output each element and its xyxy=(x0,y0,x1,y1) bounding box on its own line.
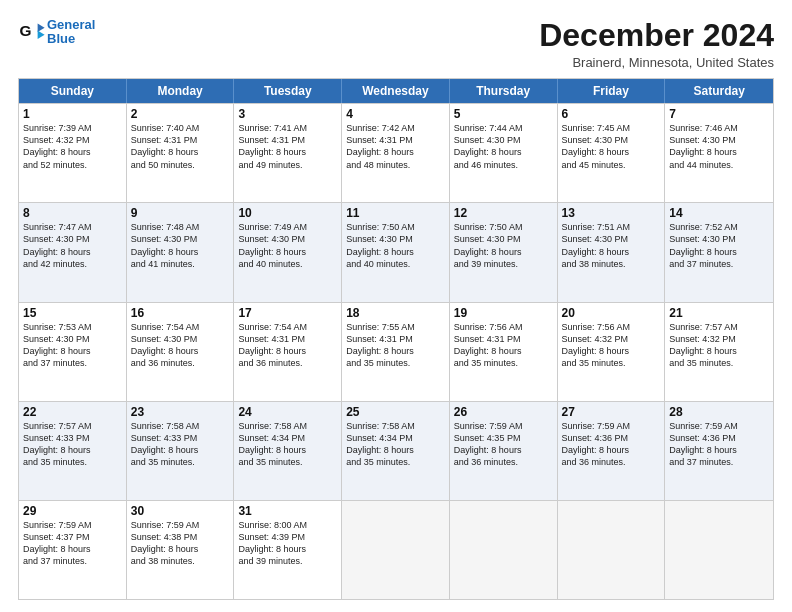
day-number: 3 xyxy=(238,107,337,121)
calendar-row-1: 8Sunrise: 7:47 AMSunset: 4:30 PMDaylight… xyxy=(19,202,773,301)
cell-info: Sunrise: 7:51 AMSunset: 4:30 PMDaylight:… xyxy=(562,221,661,270)
day-number: 31 xyxy=(238,504,337,518)
cell-info: Sunrise: 7:55 AMSunset: 4:31 PMDaylight:… xyxy=(346,321,445,370)
cell-line: Sunrise: 7:56 AM xyxy=(454,321,553,333)
calendar-row-3: 22Sunrise: 7:57 AMSunset: 4:33 PMDayligh… xyxy=(19,401,773,500)
cell-line: and 36 minutes. xyxy=(131,357,230,369)
cell-line: Daylight: 8 hours xyxy=(454,146,553,158)
calendar-cell: 17Sunrise: 7:54 AMSunset: 4:31 PMDayligh… xyxy=(234,303,342,401)
cell-line: Daylight: 8 hours xyxy=(346,444,445,456)
calendar-cell: 19Sunrise: 7:56 AMSunset: 4:31 PMDayligh… xyxy=(450,303,558,401)
cell-line: and 39 minutes. xyxy=(454,258,553,270)
logo: G General Blue xyxy=(18,18,95,47)
cell-line: and 38 minutes. xyxy=(131,555,230,567)
cell-line: Daylight: 8 hours xyxy=(238,146,337,158)
cell-line: Daylight: 8 hours xyxy=(23,345,122,357)
cell-info: Sunrise: 7:39 AMSunset: 4:32 PMDaylight:… xyxy=(23,122,122,171)
cell-line: Sunrise: 7:49 AM xyxy=(238,221,337,233)
cell-line: Daylight: 8 hours xyxy=(238,543,337,555)
calendar-cell: 7Sunrise: 7:46 AMSunset: 4:30 PMDaylight… xyxy=(665,104,773,202)
cell-line: and 40 minutes. xyxy=(346,258,445,270)
calendar-body: 1Sunrise: 7:39 AMSunset: 4:32 PMDaylight… xyxy=(19,103,773,599)
cell-line: and 35 minutes. xyxy=(238,456,337,468)
cell-line: Daylight: 8 hours xyxy=(454,246,553,258)
header-day-wednesday: Wednesday xyxy=(342,79,450,103)
cell-info: Sunrise: 7:58 AMSunset: 4:33 PMDaylight:… xyxy=(131,420,230,469)
cell-line: Sunrise: 7:54 AM xyxy=(131,321,230,333)
header-day-sunday: Sunday xyxy=(19,79,127,103)
cell-line: Sunset: 4:30 PM xyxy=(669,233,769,245)
calendar-cell: 14Sunrise: 7:52 AMSunset: 4:30 PMDayligh… xyxy=(665,203,773,301)
calendar-cell xyxy=(558,501,666,599)
cell-line: Sunset: 4:32 PM xyxy=(669,333,769,345)
cell-info: Sunrise: 7:50 AMSunset: 4:30 PMDaylight:… xyxy=(346,221,445,270)
calendar-cell: 11Sunrise: 7:50 AMSunset: 4:30 PMDayligh… xyxy=(342,203,450,301)
cell-line: Sunset: 4:31 PM xyxy=(346,333,445,345)
day-number: 10 xyxy=(238,206,337,220)
cell-info: Sunrise: 7:52 AMSunset: 4:30 PMDaylight:… xyxy=(669,221,769,270)
cell-line: Sunset: 4:30 PM xyxy=(23,233,122,245)
cell-info: Sunrise: 7:42 AMSunset: 4:31 PMDaylight:… xyxy=(346,122,445,171)
calendar-cell: 20Sunrise: 7:56 AMSunset: 4:32 PMDayligh… xyxy=(558,303,666,401)
cell-line: Daylight: 8 hours xyxy=(23,543,122,555)
cell-line: Sunset: 4:31 PM xyxy=(238,333,337,345)
cell-line: Daylight: 8 hours xyxy=(131,246,230,258)
cell-line: Sunset: 4:34 PM xyxy=(346,432,445,444)
calendar-cell: 2Sunrise: 7:40 AMSunset: 4:31 PMDaylight… xyxy=(127,104,235,202)
calendar-cell: 26Sunrise: 7:59 AMSunset: 4:35 PMDayligh… xyxy=(450,402,558,500)
cell-line: Sunset: 4:36 PM xyxy=(669,432,769,444)
day-number: 26 xyxy=(454,405,553,419)
cell-info: Sunrise: 7:56 AMSunset: 4:32 PMDaylight:… xyxy=(562,321,661,370)
location: Brainerd, Minnesota, United States xyxy=(539,55,774,70)
cell-line: Sunset: 4:31 PM xyxy=(131,134,230,146)
cell-line: Sunrise: 7:47 AM xyxy=(23,221,122,233)
calendar-cell: 16Sunrise: 7:54 AMSunset: 4:30 PMDayligh… xyxy=(127,303,235,401)
cell-info: Sunrise: 7:48 AMSunset: 4:30 PMDaylight:… xyxy=(131,221,230,270)
calendar-cell: 27Sunrise: 7:59 AMSunset: 4:36 PMDayligh… xyxy=(558,402,666,500)
day-number: 20 xyxy=(562,306,661,320)
cell-line: Sunrise: 7:39 AM xyxy=(23,122,122,134)
day-number: 23 xyxy=(131,405,230,419)
logo-icon: G xyxy=(18,18,46,46)
cell-info: Sunrise: 7:40 AMSunset: 4:31 PMDaylight:… xyxy=(131,122,230,171)
calendar-cell xyxy=(342,501,450,599)
cell-info: Sunrise: 7:54 AMSunset: 4:31 PMDaylight:… xyxy=(238,321,337,370)
cell-line: and 42 minutes. xyxy=(23,258,122,270)
cell-line: and 35 minutes. xyxy=(346,357,445,369)
cell-line: Sunrise: 7:42 AM xyxy=(346,122,445,134)
cell-info: Sunrise: 7:59 AMSunset: 4:36 PMDaylight:… xyxy=(669,420,769,469)
title-block: December 2024 Brainerd, Minnesota, Unite… xyxy=(539,18,774,70)
cell-line: and 49 minutes. xyxy=(238,159,337,171)
cell-info: Sunrise: 7:57 AMSunset: 4:32 PMDaylight:… xyxy=(669,321,769,370)
month-title: December 2024 xyxy=(539,18,774,53)
cell-line: and 36 minutes. xyxy=(238,357,337,369)
cell-line: Sunrise: 7:48 AM xyxy=(131,221,230,233)
cell-info: Sunrise: 7:59 AMSunset: 4:38 PMDaylight:… xyxy=(131,519,230,568)
calendar-cell: 24Sunrise: 7:58 AMSunset: 4:34 PMDayligh… xyxy=(234,402,342,500)
day-number: 1 xyxy=(23,107,122,121)
day-number: 7 xyxy=(669,107,769,121)
calendar-cell: 10Sunrise: 7:49 AMSunset: 4:30 PMDayligh… xyxy=(234,203,342,301)
cell-line: and 36 minutes. xyxy=(454,456,553,468)
cell-info: Sunrise: 7:45 AMSunset: 4:30 PMDaylight:… xyxy=(562,122,661,171)
cell-line: and 35 minutes. xyxy=(669,357,769,369)
logo-general: General xyxy=(47,18,95,32)
calendar-cell: 5Sunrise: 7:44 AMSunset: 4:30 PMDaylight… xyxy=(450,104,558,202)
day-number: 12 xyxy=(454,206,553,220)
logo-text-block: General Blue xyxy=(47,18,95,47)
cell-line: Sunrise: 7:56 AM xyxy=(562,321,661,333)
cell-line: Sunrise: 8:00 AM xyxy=(238,519,337,531)
svg-text:G: G xyxy=(19,22,31,39)
cell-line: and 37 minutes. xyxy=(669,456,769,468)
header-day-tuesday: Tuesday xyxy=(234,79,342,103)
calendar-cell: 23Sunrise: 7:58 AMSunset: 4:33 PMDayligh… xyxy=(127,402,235,500)
cell-line: Sunrise: 7:58 AM xyxy=(131,420,230,432)
cell-line: and 39 minutes. xyxy=(238,555,337,567)
cell-line: Sunset: 4:30 PM xyxy=(562,233,661,245)
cell-line: Daylight: 8 hours xyxy=(23,146,122,158)
calendar-cell: 12Sunrise: 7:50 AMSunset: 4:30 PMDayligh… xyxy=(450,203,558,301)
day-number: 9 xyxy=(131,206,230,220)
day-number: 17 xyxy=(238,306,337,320)
cell-line: Sunrise: 7:54 AM xyxy=(238,321,337,333)
cell-info: Sunrise: 7:59 AMSunset: 4:36 PMDaylight:… xyxy=(562,420,661,469)
